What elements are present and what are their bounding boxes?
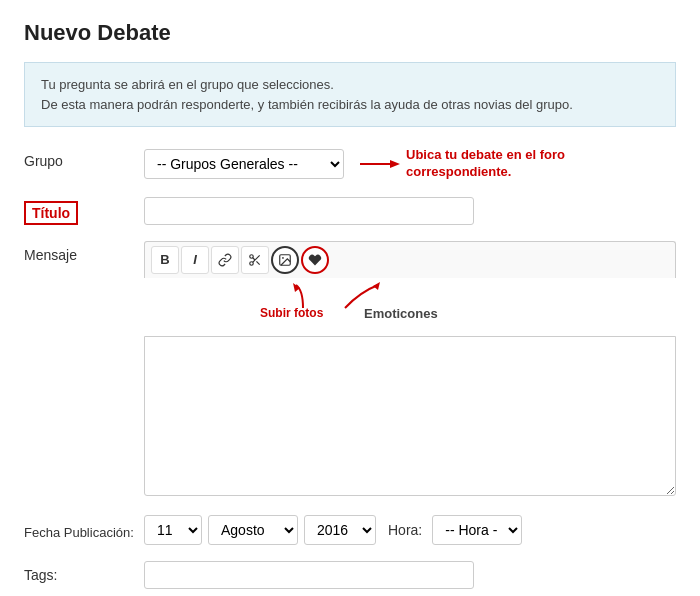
scissors-button[interactable] bbox=[241, 246, 269, 274]
grupo-label: Grupo bbox=[24, 147, 144, 169]
italic-button[interactable]: I bbox=[181, 246, 209, 274]
heart-icon bbox=[308, 253, 322, 267]
svg-line-5 bbox=[256, 261, 259, 264]
grupo-annotation: Ubica tu debate en el foro correspondien… bbox=[360, 147, 566, 181]
titulo-label: Título bbox=[24, 201, 78, 225]
day-select[interactable]: 11 bbox=[144, 515, 202, 545]
svg-line-6 bbox=[253, 258, 255, 260]
tags-label: Tags: bbox=[24, 561, 144, 583]
scissors-icon bbox=[248, 253, 262, 267]
photo-btn-wrapper bbox=[271, 246, 299, 274]
info-line2: De esta manera podrán responderte, y tam… bbox=[41, 95, 659, 115]
emoticones-label: Emoticones bbox=[364, 306, 438, 321]
tags-content: Introduce las palabras (tags) que quiere… bbox=[144, 561, 676, 596]
mensaje-textarea[interactable] bbox=[144, 336, 676, 496]
titulo-label-wrapper: Título bbox=[24, 197, 144, 225]
titulo-content bbox=[144, 197, 676, 225]
emoticon-btn-wrapper bbox=[301, 246, 329, 274]
mensaje-label: Mensaje bbox=[24, 241, 144, 263]
hora-select[interactable]: -- Hora -- bbox=[432, 515, 522, 545]
mensaje-content: B I bbox=[144, 241, 676, 499]
titulo-row: Título bbox=[24, 197, 676, 225]
fecha-row: Fecha Publicación: 11 Agosto 2016 Hora: … bbox=[24, 515, 676, 545]
info-line1: Tu pregunta se abrirá en el grupo que se… bbox=[41, 75, 659, 95]
grupo-annotation-text: Ubica tu debate en el foro correspondien… bbox=[406, 147, 566, 181]
grupo-select[interactable]: -- Grupos Generales -- bbox=[144, 149, 344, 179]
svg-point-3 bbox=[250, 262, 254, 266]
photo-button[interactable] bbox=[271, 246, 299, 274]
toolbar-wrapper: B I bbox=[144, 241, 676, 336]
page-title: Nuevo Debate bbox=[24, 20, 676, 46]
year-select[interactable]: 2016 bbox=[304, 515, 376, 545]
link-button[interactable] bbox=[211, 246, 239, 274]
subir-fotos-label: Subir fotos bbox=[260, 306, 323, 320]
fecha-content: 11 Agosto 2016 Hora: -- Hora -- bbox=[144, 515, 676, 545]
annotations-layer: Subir fotos Emoticones bbox=[144, 280, 676, 336]
toolbar: B I bbox=[144, 241, 676, 278]
svg-marker-10 bbox=[373, 282, 380, 290]
link-icon bbox=[218, 253, 232, 267]
italic-icon: I bbox=[193, 252, 197, 267]
bold-button[interactable]: B bbox=[151, 246, 179, 274]
grupo-row: Grupo -- Grupos Generales -- Ubica tu de… bbox=[24, 147, 676, 181]
photo-icon bbox=[278, 253, 292, 267]
arrow-right-icon bbox=[360, 154, 400, 174]
grupo-content: -- Grupos Generales -- Ubica tu debate e… bbox=[144, 147, 676, 181]
svg-point-8 bbox=[282, 257, 284, 259]
grupo-inner: -- Grupos Generales -- Ubica tu debate e… bbox=[144, 147, 676, 181]
svg-point-2 bbox=[250, 255, 254, 259]
tags-row: Tags: Introduce las palabras (tags) que … bbox=[24, 561, 676, 596]
hora-label: Hora: bbox=[388, 522, 422, 538]
fecha-label: Fecha Publicación: bbox=[24, 519, 144, 540]
month-select[interactable]: Agosto bbox=[208, 515, 298, 545]
info-box: Tu pregunta se abrirá en el grupo que se… bbox=[24, 62, 676, 127]
titulo-input[interactable] bbox=[144, 197, 474, 225]
tags-input[interactable] bbox=[144, 561, 474, 589]
svg-marker-1 bbox=[390, 160, 400, 168]
emoticon-button[interactable] bbox=[301, 246, 329, 274]
bold-icon: B bbox=[160, 252, 169, 267]
mensaje-row: Mensaje B I bbox=[24, 241, 676, 499]
fecha-inner: 11 Agosto 2016 Hora: -- Hora -- bbox=[144, 515, 676, 545]
